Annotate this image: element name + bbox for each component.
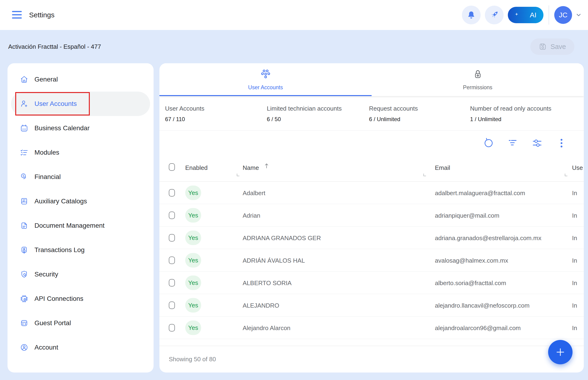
enabled-badge: Yes: [185, 276, 201, 290]
checklist-icon: [20, 148, 28, 157]
row-count-status: Showing 50 of 80: [169, 356, 216, 363]
sub-header: Activación Fracttal - Español - 477 Save: [0, 30, 588, 63]
table-row[interactable]: Yes ALBERTO SORIA alberto.soria@fracttal…: [160, 271, 584, 294]
enabled-badge: Yes: [185, 298, 201, 313]
settings-sidebar: General User Accounts Business Calendar …: [7, 63, 154, 373]
name-cell: Adrian: [243, 212, 260, 219]
select-all-checkbox[interactable]: [169, 163, 175, 171]
table-footer: Showing 50 of 80: [160, 346, 584, 373]
sidebar-item-guest-portal[interactable]: Guest Portal: [11, 311, 150, 335]
sidebar-item-api-connections[interactable]: API Connections: [11, 286, 150, 311]
sparkle-icon: [515, 12, 518, 16]
notifications-button[interactable]: [462, 6, 481, 24]
sort-ascending-icon: [263, 162, 270, 169]
table-header: Enabled Name Email Use: [160, 156, 584, 182]
user-type-cell: In: [572, 257, 577, 264]
email-cell: avalosag@halmex.com.mx: [435, 257, 508, 264]
sidebar-item-business-calendar[interactable]: Business Calendar: [11, 116, 150, 140]
tab-user-accounts[interactable]: User Accounts: [160, 63, 372, 96]
user-type-cell: In: [572, 234, 577, 242]
quota-label: Number of read only accounts: [470, 105, 551, 112]
table-row-clipped: [160, 339, 584, 346]
filter-button[interactable]: [507, 138, 518, 149]
table-row[interactable]: Yes Alejandro Alarcon alejandroalarcon96…: [160, 317, 584, 339]
active-tab-underline: [160, 95, 372, 96]
ai-assistant-button[interactable]: AI: [508, 7, 544, 23]
sidebar-item-security[interactable]: Security: [11, 262, 150, 286]
email-cell: adrianpiquer@mail.com: [435, 212, 499, 219]
column-header-user-type[interactable]: Use: [572, 164, 583, 171]
whats-new-button[interactable]: [485, 6, 504, 24]
name-cell: ADRIANA GRANADOS GER: [243, 234, 321, 242]
breadcrumb: Activación Fracttal - Español - 477: [8, 43, 101, 50]
page-title: Settings: [29, 11, 54, 19]
quota-value: 6 / Unlimited: [369, 116, 418, 123]
menu-button[interactable]: [12, 11, 22, 20]
add-user-button[interactable]: [548, 340, 572, 364]
person-icon: [20, 343, 28, 352]
bell-icon: [467, 11, 476, 19]
name-cell: Alejandro Alarcon: [243, 324, 290, 332]
more-options-button[interactable]: [556, 138, 567, 149]
doc-icon: [20, 221, 28, 230]
user-avatar[interactable]: JC: [554, 6, 572, 24]
email-cell: alejandroalarcon96@gmail.com: [435, 324, 521, 332]
book-icon: [20, 197, 28, 206]
calendar-icon: [20, 124, 28, 132]
portal-icon: [20, 319, 28, 327]
row-checkbox[interactable]: [169, 234, 175, 242]
quota-value: 6 / 50: [267, 116, 342, 123]
column-header-enabled[interactable]: Enabled: [185, 164, 207, 171]
table-row[interactable]: Yes Adrian adrianpiquer@mail.com In: [160, 204, 584, 227]
topbar-actions: AI JC: [462, 5, 582, 25]
column-header-name[interactable]: Name: [243, 164, 259, 171]
table-row[interactable]: Yes ADRIANA GRANADOS GER adriana.granado…: [160, 227, 584, 249]
quota-value: 67 / 110: [165, 116, 204, 123]
row-checkbox[interactable]: [169, 189, 175, 197]
user-type-cell: In: [572, 324, 577, 332]
stat-limited-technician-accounts: Limited technician accounts 6 / 50: [267, 105, 342, 123]
table-row[interactable]: Yes ADRIÁN ÁVALOS HAL avalosag@halmex.co…: [160, 249, 584, 271]
row-checkbox[interactable]: [169, 257, 175, 264]
stat-user-accounts: User Accounts 67 / 110: [165, 105, 204, 123]
top-app-bar: Settings AI JC: [0, 0, 588, 30]
home-icon: [20, 75, 28, 84]
refresh-button[interactable]: [483, 138, 494, 149]
tabs-bar: User Accounts Permissions: [160, 63, 584, 96]
email-cell: adriana.granados@estrellaroja.com.mx: [435, 234, 541, 242]
sidebar-item-general[interactable]: General: [11, 67, 150, 92]
sidebar-item-financial[interactable]: $ Financial: [11, 165, 150, 189]
sidebar-item-auxiliary-catalogs[interactable]: Auxiliary Catalogs: [11, 189, 150, 213]
email-cell: adalbert.malaguera@fracttal.com: [435, 190, 525, 197]
column-resize-handle[interactable]: [237, 174, 239, 176]
row-checkbox[interactable]: [169, 211, 175, 219]
sidebar-item-modules[interactable]: Modules: [11, 140, 150, 165]
enabled-badge: Yes: [185, 253, 201, 267]
row-checkbox[interactable]: [169, 302, 175, 309]
hamburger-icon: [12, 11, 22, 19]
sidebar-item-account[interactable]: Account: [11, 335, 150, 360]
column-resize-handle[interactable]: [565, 174, 567, 176]
chip-icon: [20, 294, 28, 303]
enabled-badge: Yes: [185, 230, 201, 245]
chevron-down-icon[interactable]: [575, 12, 582, 18]
stat-number-of-read-only-accounts: Number of read only accounts 1 / Unlimit…: [470, 105, 551, 123]
row-checkbox[interactable]: [169, 324, 175, 331]
sidebar-item-transactions-log[interactable]: Transactions Log: [11, 238, 150, 262]
coin-icon: $: [20, 173, 28, 181]
row-checkbox[interactable]: [169, 279, 175, 286]
quota-label: User Accounts: [165, 105, 204, 112]
user-plus-icon: [20, 100, 28, 108]
quota-value: 1 / Unlimited: [470, 116, 551, 123]
sidebar-item-user-accounts[interactable]: User Accounts: [11, 92, 150, 116]
sidebar-item-document-management[interactable]: Document Management: [11, 213, 150, 238]
tune-columns-button[interactable]: [532, 138, 543, 149]
user-type-cell: In: [572, 280, 577, 287]
column-header-email[interactable]: Email: [435, 164, 450, 171]
table-row[interactable]: Yes Adalbert adalbert.malaguera@fracttal…: [160, 182, 584, 204]
rocket-icon: [489, 10, 500, 20]
save-button[interactable]: Save: [530, 38, 574, 55]
column-resize-handle[interactable]: [424, 174, 426, 176]
table-row[interactable]: Yes ALEJANDRO alejandro.llancavil@nefosc…: [160, 294, 584, 317]
tab-permissions[interactable]: Permissions: [372, 63, 584, 96]
